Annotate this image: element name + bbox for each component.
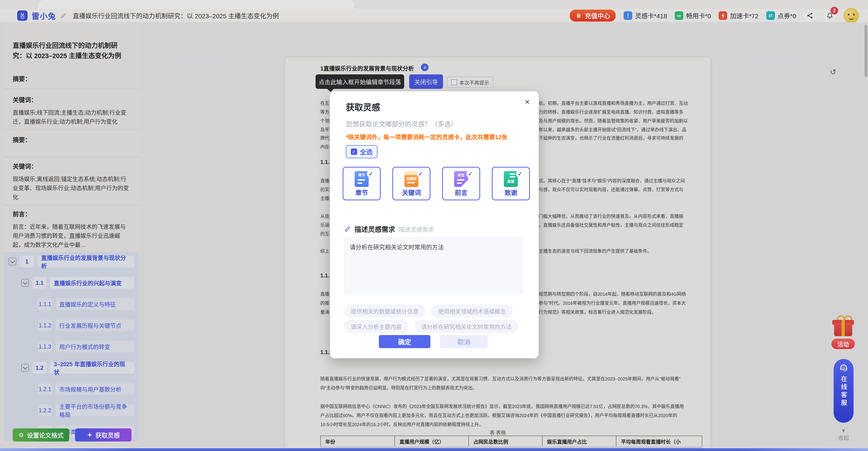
selected-check-icon: ✓ [416,170,425,178]
option-card-preface[interactable]: 前言 ✓ 前言 [442,167,480,200]
describe-need-title: 描述灵感需求 [354,224,395,234]
describe-need-hint: 描述灵感需求 [399,225,434,233]
preface-doc-icon: 前言 [454,171,468,187]
pencil-icon [344,226,351,232]
suggestion-chip[interactable]: 请分析在研究相关论文时常用的方法 [414,320,518,333]
app-root: 雷小兔 直播娱乐行业回流线下的动力机制研究：以 2023–2025 主播生态变化… [0,0,868,451]
keywords-envelope-icon: 关键词 [404,171,418,187]
inspiration-need-textarea[interactable]: 请分析在研究相关论文时常用的方法 [344,237,523,295]
modal-title: 获取灵感 [346,100,380,113]
cancel-button[interactable]: 取消 [440,335,488,348]
option-card-label: 章节 [343,188,380,197]
chapters-doc-icon: 章节 [355,171,369,187]
option-card-keywords[interactable]: 关键词 ✓ 关键词 [393,167,430,200]
suggestion-chip[interactable]: 请深入分析主题内容 [344,320,408,333]
get-inspiration-modal: × 获取灵感 您想获取论文哪部分的灵感？（多选） *除关键词外，每一项需要消耗一… [330,91,539,358]
option-card-label: 致谢 [493,188,529,197]
selected-check-icon: ✓ [466,170,474,178]
select-all-label: 全选 [360,147,373,156]
option-card-acknowledgement[interactable]: 致谢 ✓ 致谢 [492,167,530,200]
modal-cost-note: *除关键词外，每一项需要消耗一定的灵感卡，此次共需要12张 [346,132,507,141]
confirm-button[interactable]: 确定 [379,335,430,348]
modal-subtitle: 您想获取论文哪部分的灵感？（多选） [346,119,457,128]
suggestion-chip[interactable]: 使用相关领域的术语或概念 [431,304,513,318]
selected-check-icon: ✓ [367,170,375,178]
window-bottom-edge [0,448,868,451]
option-card-chapters[interactable]: 章节 ✓ 章节 [343,167,381,200]
select-all-toggle[interactable]: ✓ 全选 [346,145,377,158]
option-card-label: 前言 [443,188,479,197]
selected-check-icon: ✓ [516,170,524,178]
suggestion-chip[interactable]: 提供相关的数据或统计信息 [344,304,426,318]
acknowledgement-scroll-icon: 致谢 [504,171,518,187]
checkbox-checked-icon: ✓ [351,149,357,155]
close-icon[interactable]: × [525,97,530,107]
option-card-label: 关键词 [393,188,430,197]
